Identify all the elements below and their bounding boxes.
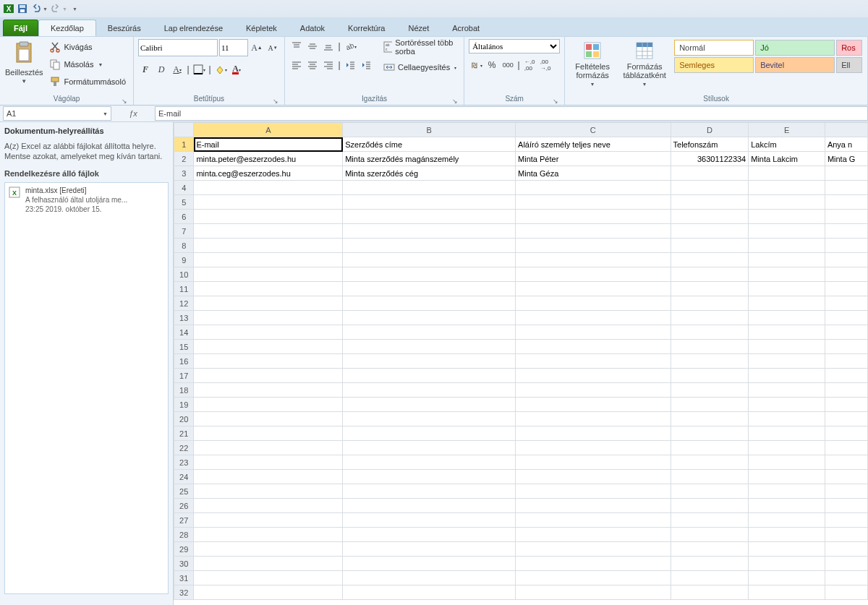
cell-A13[interactable] [194,311,343,325]
row-header-25[interactable]: 25 [174,484,194,499]
cut-button[interactable]: Kivágás [46,39,129,55]
cell-A30[interactable] [194,557,343,571]
cell-A26[interactable] [194,499,343,513]
cell-C20[interactable] [516,412,671,426]
alignment-dialog-launcher[interactable]: ↘ [451,95,459,103]
cell-E3[interactable] [749,166,825,181]
format-as-table-button[interactable]: Formázás táblázatként▾ [618,39,671,87]
cell-B19[interactable] [343,398,516,412]
cell-C29[interactable] [516,542,671,557]
cell-A20[interactable] [194,412,343,426]
cell-D23[interactable] [671,455,749,470]
cell-D21[interactable] [671,426,749,441]
cell-C4[interactable] [516,181,671,195]
cell-D4[interactable] [671,181,749,195]
cell-D25[interactable] [671,484,749,499]
formula-input[interactable]: E-mail [155,106,868,121]
increase-font-icon[interactable]: A▲ [250,40,264,55]
cell-B18[interactable] [343,383,516,398]
cell-A6[interactable] [194,210,343,224]
cell-A15[interactable] [194,340,343,354]
row-header-3[interactable]: 3 [174,166,194,181]
cell-F32[interactable] [825,585,867,600]
cell-A18[interactable] [194,383,343,398]
cell-A16[interactable] [194,354,343,369]
cell-A24[interactable] [194,470,343,484]
accounting-format-button[interactable]: ₪▾ [469,58,483,72]
cell-C3[interactable]: Minta Géza [516,166,671,181]
cell-A10[interactable] [194,267,343,282]
cell-C13[interactable] [516,311,671,325]
cell-B29[interactable] [343,542,516,557]
decrease-decimal-button[interactable]: ,00→,0 [538,58,553,72]
cell-F19[interactable] [825,398,867,412]
cell-E26[interactable] [749,499,825,513]
cell-C32[interactable] [516,585,671,600]
cell-C14[interactable] [516,325,671,340]
bold-button[interactable]: F [138,62,153,77]
cell-C6[interactable] [516,210,671,224]
cell-F27[interactable] [825,513,867,528]
cell-A1[interactable]: E-mail [194,137,343,152]
format-painter-button[interactable]: Formátummásoló [46,74,129,90]
row-header-22[interactable]: 22 [174,441,194,455]
cell-C28[interactable] [516,528,671,542]
cell-D31[interactable] [671,571,749,585]
style-check[interactable]: Ell [836,57,862,73]
cell-E9[interactable] [749,253,825,267]
cell-styles-gallery[interactable]: Normál Semleges Jó Bevitel Ros Ell [673,39,863,74]
cell-A29[interactable] [194,542,343,557]
cell-F30[interactable] [825,557,867,571]
cell-B15[interactable] [343,340,516,354]
cell-C30[interactable] [516,557,671,571]
cell-B6[interactable] [343,210,516,224]
align-bottom-button[interactable] [321,39,336,53]
row-header-13[interactable]: 13 [174,311,194,325]
cell-D14[interactable] [671,325,749,340]
cell-D18[interactable] [671,383,749,398]
cell-A8[interactable] [194,239,343,253]
cell-A14[interactable] [194,325,343,340]
cell-E8[interactable] [749,239,825,253]
wrap-text-button[interactable]: abc Sortöréssel több sorba [380,39,459,55]
tab-view[interactable]: Nézet [396,20,441,36]
cell-C15[interactable] [516,340,671,354]
align-top-button[interactable] [289,39,304,53]
style-neutral[interactable]: Semleges [674,57,754,73]
align-right-button[interactable] [321,58,336,72]
col-header-D[interactable]: D [671,123,749,137]
cell-B31[interactable] [343,571,516,585]
number-format-combo[interactable]: Általános [469,39,560,53]
cell-B1[interactable]: Szerződés címe [343,137,516,152]
cell-C25[interactable] [516,484,671,499]
cell-D12[interactable] [671,296,749,311]
fill-color-button[interactable]: ▾ [213,62,228,77]
cell-C9[interactable] [516,253,671,267]
paste-button[interactable]: Beillesztés ▼ [4,39,43,85]
cell-E22[interactable] [749,441,825,455]
cell-A28[interactable] [194,528,343,542]
cell-C24[interactable] [516,470,671,484]
cell-F12[interactable] [825,296,867,311]
cell-D8[interactable] [671,239,749,253]
cell-B8[interactable] [343,239,516,253]
cell-D2[interactable]: 36301122334 [671,152,749,166]
col-header-A[interactable]: A [194,123,343,137]
cell-A27[interactable] [194,513,343,528]
row-header-21[interactable]: 21 [174,426,194,441]
cell-C21[interactable] [516,426,671,441]
cell-D26[interactable] [671,499,749,513]
cell-E29[interactable] [749,542,825,557]
cell-F26[interactable] [825,499,867,513]
conditional-formatting-button[interactable]: Feltételes formázás▾ [569,39,616,87]
border-button[interactable]: ▾ [192,62,206,77]
cell-D32[interactable] [671,585,749,600]
row-header-10[interactable]: 10 [174,267,194,282]
cell-E32[interactable] [749,585,825,600]
align-center-button[interactable] [305,58,320,72]
cell-C17[interactable] [516,369,671,383]
cell-B10[interactable] [343,267,516,282]
cell-B20[interactable] [343,412,516,426]
spreadsheet-grid[interactable]: ABCDE1E-mailSzerződés címeAláíró személy… [174,122,868,605]
row-header-31[interactable]: 31 [174,571,194,585]
